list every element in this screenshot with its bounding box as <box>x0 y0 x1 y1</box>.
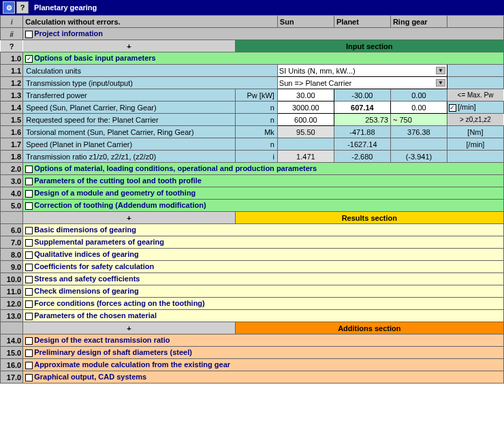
row-7-0-num: 7.0 <box>1 236 23 249</box>
additions-expand-button[interactable]: + <box>23 322 235 334</box>
row-17-0-checkbox[interactable] <box>25 374 33 381</box>
row-2-0-checkbox[interactable] <box>25 166 33 173</box>
row-11-0-label: Check dimensions of gearing <box>34 287 138 295</box>
row-1-3-num: 1.3 <box>1 89 23 102</box>
row-1-5-num: 1.5 <box>1 114 23 126</box>
speed-ring-input[interactable]: 0.00 <box>390 102 447 114</box>
row-3-0-label: Parameters of the cutting tool and tooth… <box>34 176 202 185</box>
ratio-sun: 1.471 <box>277 151 334 163</box>
row-1-5-label: Requested speed for the: Planet Carrier <box>23 114 235 126</box>
tilde: ~ <box>393 116 397 124</box>
row-1-0-checkbox[interactable]: ✓ <box>25 55 33 63</box>
ratio-ring: (-3.941) <box>390 151 447 163</box>
reqspeed-sun-input[interactable]: 600.00 <box>277 114 334 126</box>
proj-info-checkbox[interactable] <box>25 31 33 38</box>
row-1-8-num: 1.8 <box>1 151 23 163</box>
mk-unit: [Nm] <box>447 126 503 138</box>
row-5-0-checkbox[interactable] <box>25 202 33 210</box>
row-3-0-checkbox[interactable] <box>25 178 33 185</box>
row-14-0-num: 14.0 <box>1 334 23 347</box>
app-title: Planetary gearing <box>34 3 97 12</box>
ratio-planet: -2.680 <box>334 151 390 163</box>
pw-ring: 0.00 <box>390 89 447 102</box>
additions-section-header: Additions section <box>235 322 503 334</box>
row-17-0-label: Graphical output, CAD systems <box>34 373 146 381</box>
mk-ring: 376.38 <box>390 126 447 138</box>
row-8-0-checkbox[interactable] <box>25 251 33 259</box>
row-1-4-sym: n <box>235 102 277 114</box>
row-12-0-label: Force conditions (forces acting on the t… <box>34 299 205 307</box>
app-icon: ⚙ <box>3 1 15 14</box>
row-1-7-label: Speed (Planet in Planet Carrier) <box>23 138 235 151</box>
row-9-0-num: 9.0 <box>1 261 23 273</box>
help-button[interactable]: ? <box>16 1 29 14</box>
row-1-1-label: Calculation units <box>23 65 278 77</box>
row-7-0-checkbox[interactable] <box>25 239 33 247</box>
row-8-0-num: 8.0 <box>1 249 23 261</box>
input-section-header: Input section <box>235 40 503 52</box>
row-16-0-label: Approximate module calculation from the … <box>34 360 230 369</box>
row-6-0-checkbox[interactable] <box>25 227 33 234</box>
mk-planet: -471.88 <box>334 126 390 138</box>
row-8-0-label: Qualitative indices of gearing <box>34 250 138 258</box>
transmission-dropdown[interactable]: Sun => Planet Carrier <box>277 77 447 89</box>
row-15-0-num: 15.0 <box>1 347 23 359</box>
speed-planet: 607.14 <box>334 102 390 114</box>
row-1-2-label: Transmission type (input/output) <box>23 77 278 89</box>
row-10-0-label: Stress and safety coefficients <box>34 275 140 283</box>
pspeed-planet: -1627.14 <box>334 138 390 151</box>
row-1-7-sym: n <box>235 138 277 151</box>
speed-unit: [/min] <box>458 103 476 111</box>
input-expand-button[interactable]: + <box>23 40 235 52</box>
row-1-8-sym: i <box>235 151 277 163</box>
row-1-4-label: Speed (Sun, Planet Carrier, Ring Gear) <box>23 102 235 114</box>
speed-sun-input[interactable]: 3000.00 <box>277 102 334 114</box>
row-2-0-label: Options of material, loading conditions,… <box>34 164 317 172</box>
row-3-0-num: 3.0 <box>1 175 23 187</box>
row-13-0-label: Parameters of the chosen material <box>34 311 157 319</box>
row-16-0-num: 16.0 <box>1 359 23 371</box>
row-12-0-num: 12.0 <box>1 298 23 310</box>
row-5-0-label: Correction of toothing (Addendum modific… <box>34 201 206 209</box>
row-1-7-num: 1.7 <box>1 138 23 151</box>
row-4-0-num: 4.0 <box>1 187 23 200</box>
row-13-0-checkbox[interactable] <box>25 313 33 320</box>
row-4-0-checkbox[interactable] <box>25 190 33 198</box>
row-16-0-checkbox[interactable] <box>25 362 33 369</box>
row-9-0-checkbox[interactable] <box>25 264 33 271</box>
row-1-1-num: 1.1 <box>1 65 23 77</box>
row-1-2-num: 1.2 <box>1 77 23 89</box>
row-11-0-checkbox[interactable] <box>25 288 33 296</box>
mk-sun: 95.50 <box>277 126 334 138</box>
row-1-6-label: Torsional moment (Sun, Planet Carrier, R… <box>23 126 235 138</box>
max-pw-button[interactable]: <= Max. Pw <box>447 89 503 102</box>
row-15-0-checkbox[interactable] <box>25 349 33 357</box>
results-section-header: Results section <box>235 212 503 224</box>
pw-sun-input[interactable]: 30.00 <box>277 89 334 102</box>
titlebar: ⚙ ? Planetary gearing <box>0 0 504 15</box>
row-9-0-label: Coefficients for safety calculation <box>34 262 154 270</box>
speed-checkbox[interactable]: ✓ <box>449 104 456 112</box>
row-1-5-sym: n <box>235 114 277 126</box>
row-1-3-sym: Pw [kW] <box>235 89 277 102</box>
input-help-button[interactable]: ? <box>1 40 23 52</box>
col-ring: Ring gear <box>390 16 447 28</box>
row-6-0-label: Basic dimensions of gearing <box>34 225 136 234</box>
status-i: i <box>1 16 23 28</box>
row-5-0-num: 5.0 <box>1 200 23 212</box>
row-14-0-checkbox[interactable] <box>25 337 33 345</box>
row-4-0-label: Design of a module and geometry of tooth… <box>34 189 195 197</box>
row-11-0-num: 11.0 <box>1 285 23 298</box>
row-2-0-num: 2.0 <box>1 163 23 175</box>
row-6-0-num: 6.0 <box>1 224 23 236</box>
row-12-0-checkbox[interactable] <box>25 300 33 308</box>
row-1-6-sym: Mk <box>235 126 277 138</box>
units-dropdown[interactable]: SI Units (N, mm, kW...) <box>277 65 447 77</box>
col-extra <box>447 16 503 28</box>
results-expand-button[interactable]: + <box>23 212 235 224</box>
row-1-3-label: Transferred power <box>23 89 235 102</box>
z-button[interactable]: > z0,z1,z2 <box>447 114 503 126</box>
pspeed-unit: [/min] <box>447 138 503 151</box>
row-1-8-label: Transmission ratio z1/z0, z2/z1, (z2/z0) <box>23 151 235 163</box>
row-10-0-checkbox[interactable] <box>25 276 33 283</box>
